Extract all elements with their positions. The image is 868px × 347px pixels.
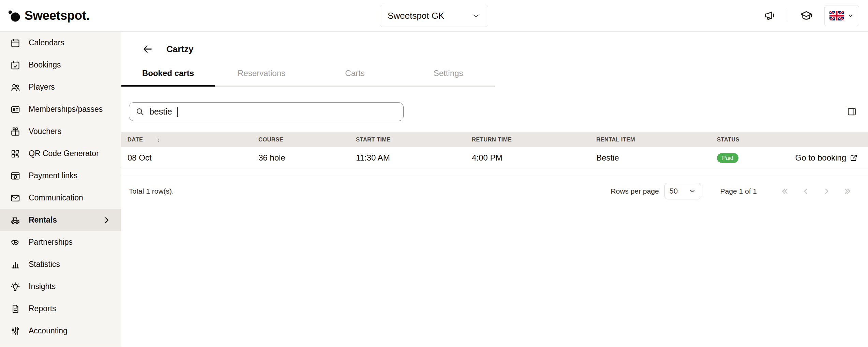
calendar-icon — [10, 38, 20, 48]
search-input[interactable]: bestie — [129, 102, 404, 121]
page-title: Cartzy — [166, 44, 193, 55]
column-header-course[interactable]: COURSE — [258, 136, 356, 143]
status-badge: Paid — [717, 153, 738, 163]
tabs: Booked carts Reservations Carts Settings — [121, 69, 495, 87]
chevron-right-icon — [102, 216, 111, 225]
rows-per-page-label: Rows per page — [611, 187, 659, 195]
sidebar-item-label: Memberships/passes — [29, 105, 103, 114]
sidebar-item-label: Reports — [29, 304, 56, 313]
organization-selector-value: Sweetspot GK — [388, 11, 444, 21]
sidebar-item-label: Bookings — [29, 60, 61, 70]
membership-card-icon — [10, 104, 20, 115]
sidebar-item-memberships[interactable]: Memberships/passes — [0, 98, 121, 120]
sidebar-item-calendars[interactable]: Calendars — [0, 32, 121, 54]
tab-carts[interactable]: Carts — [308, 69, 402, 86]
lightbulb-icon — [10, 282, 20, 292]
app-logo-text: Sweetspot. — [25, 9, 89, 23]
cell-start-time: 11:30 AM — [356, 153, 472, 163]
sidebar-item-label: QR Code Generator — [29, 149, 99, 158]
page-indicator: Page 1 of 1 — [720, 187, 757, 195]
cell-rental-item: Bestie — [596, 153, 717, 163]
gift-icon — [10, 126, 20, 137]
column-header-rental-item[interactable]: RENTAL ITEM — [596, 136, 717, 143]
sidebar-item-rentals[interactable]: Rentals — [0, 209, 121, 231]
cell-date: 08 Oct — [128, 153, 258, 163]
rows-per-page-value: 50 — [670, 187, 678, 196]
document-icon — [10, 304, 20, 314]
sidebar-item-label: Vouchers — [29, 127, 61, 136]
column-header-status[interactable]: STATUS — [717, 136, 785, 143]
sidebar-item-reports[interactable]: Reports — [0, 298, 121, 320]
topbar: Sweetspot. Sweetspot GK — [0, 0, 868, 32]
sidebar-item-label: Insights — [29, 282, 56, 291]
pagination — [778, 185, 854, 198]
sidebar-item-players[interactable]: Players — [0, 76, 121, 98]
tab-settings[interactable]: Settings — [402, 69, 495, 86]
go-to-booking-link[interactable]: Go to booking — [795, 153, 858, 163]
last-page-button[interactable] — [841, 185, 854, 198]
qr-code-icon — [10, 149, 20, 159]
search-icon — [135, 107, 145, 116]
chevron-down-icon — [472, 12, 480, 20]
previous-page-button[interactable] — [799, 185, 812, 198]
total-rows-text: Total 1 row(s). — [129, 187, 174, 195]
sidebar-item-bookings[interactable]: Bookings — [0, 54, 121, 76]
sidebar-item-insights[interactable]: Insights — [0, 275, 121, 298]
sliders-icon — [10, 326, 20, 336]
column-header-date[interactable]: DATE — [128, 136, 258, 144]
sidebar-item-qr-code-generator[interactable]: QR Code Generator — [0, 142, 121, 165]
app-logo[interactable]: Sweetspot. — [0, 9, 89, 23]
megaphone-icon[interactable] — [764, 10, 776, 22]
cell-return-time: 4:00 PM — [472, 153, 596, 163]
column-header-return-time[interactable]: RETURN TIME — [472, 136, 596, 143]
organization-selector[interactable]: Sweetspot GK — [380, 5, 488, 27]
topbar-actions — [764, 5, 859, 26]
language-selector[interactable] — [824, 5, 859, 26]
tab-booked-carts[interactable]: Booked carts — [121, 69, 215, 86]
sidebar-item-payment-links[interactable]: Payment links — [0, 165, 121, 187]
uk-flag-icon — [829, 11, 844, 20]
sidebar-item-label: Statistics — [29, 260, 60, 269]
page-header: Cartzy — [121, 32, 868, 55]
view-columns-icon[interactable] — [847, 106, 857, 117]
calendar-check-icon — [10, 60, 20, 70]
first-page-button[interactable] — [778, 185, 791, 198]
main-content: Cartzy Booked carts Reservations Carts S… — [121, 32, 868, 347]
sidebar-item-label: Players — [29, 82, 55, 92]
chevron-down-icon — [689, 187, 696, 195]
booked-carts-table: DATE COURSE START TIME RETURN TIME RENTA… — [121, 132, 868, 177]
table-footer: Total 1 row(s). Rows per page 50 Page 1 … — [121, 183, 868, 199]
rows-per-page-select[interactable]: 50 — [664, 183, 701, 199]
sidebar-item-statistics[interactable]: Statistics — [0, 253, 121, 275]
chevron-down-icon — [847, 12, 854, 19]
tab-reservations[interactable]: Reservations — [215, 69, 308, 86]
topbar-divider — [788, 10, 788, 21]
players-icon — [10, 82, 20, 92]
sidebar-item-accounting[interactable]: Accounting — [0, 320, 121, 342]
sidebar-item-vouchers[interactable]: Vouchers — [0, 120, 121, 142]
sidebar-item-label: Partnerships — [29, 238, 73, 247]
sidebar-item-communication[interactable]: Communication — [0, 187, 121, 209]
table-header-row: DATE COURSE START TIME RETURN TIME RENTA… — [121, 132, 868, 147]
sidebar: Calendars Bookings Players Memberships/p… — [0, 32, 121, 347]
sweetspot-logo-icon — [8, 9, 20, 22]
table-end-divider — [121, 168, 868, 177]
next-page-button[interactable] — [820, 185, 833, 198]
text-caret — [177, 107, 178, 117]
column-header-start-time[interactable]: START TIME — [356, 136, 472, 143]
sidebar-item-label: Payment links — [29, 171, 77, 180]
payment-link-icon — [10, 171, 20, 181]
sidebar-item-label: Rentals — [29, 215, 57, 225]
arrow-left-icon[interactable] — [142, 43, 153, 55]
cell-course: 36 hole — [258, 153, 356, 163]
sidebar-item-label: Calendars — [29, 38, 64, 47]
sidebar-item-partnerships[interactable]: Partnerships — [0, 231, 121, 253]
column-menu-icon[interactable] — [155, 136, 161, 144]
sidebar-item-label: Communication — [29, 193, 83, 202]
table-row[interactable]: 08 Oct 36 hole 11:30 AM 4:00 PM Bestie P… — [121, 147, 868, 168]
golf-cart-icon — [10, 215, 20, 225]
search-value: bestie — [149, 107, 172, 117]
graduation-cap-icon[interactable] — [800, 9, 813, 22]
bar-chart-icon — [10, 259, 20, 270]
toolbar: bestie — [121, 102, 868, 121]
